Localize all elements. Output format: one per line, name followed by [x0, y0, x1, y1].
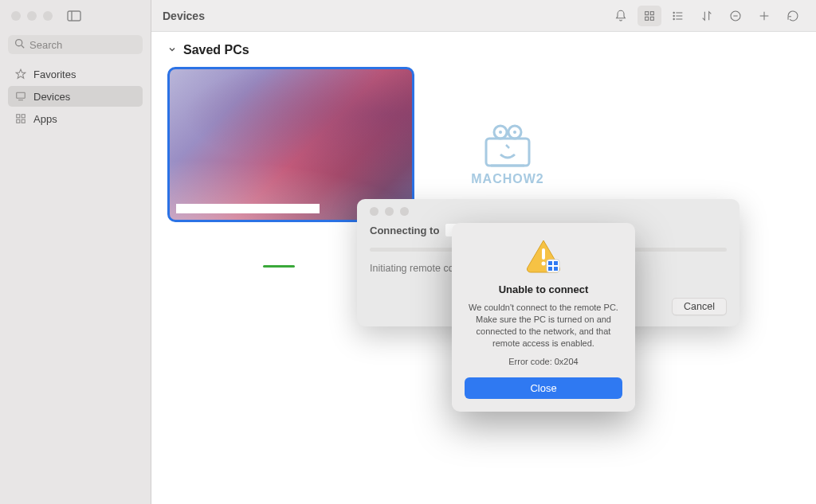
sheet-traffic-lights	[370, 207, 727, 216]
chevron-down-icon	[167, 43, 177, 57]
svg-rect-37	[554, 261, 558, 265]
svg-point-34	[542, 262, 546, 266]
svg-rect-14	[650, 17, 653, 20]
sidebar-item-label: Apps	[33, 113, 57, 125]
connecting-label: Connecting to	[370, 225, 439, 236]
dialog-title: Unable to connect	[465, 283, 622, 295]
error-dialog: Unable to connect We couldn't connect to…	[452, 223, 635, 412]
traffic-lights	[11, 11, 53, 21]
svg-rect-39	[554, 267, 558, 271]
pc-name-label	[176, 204, 320, 213]
sidebar-item-apps[interactable]: Apps	[8, 108, 143, 129]
search-placeholder: Search	[29, 39, 62, 51]
close-button[interactable]: Close	[465, 377, 622, 399]
svg-rect-5	[17, 92, 26, 98]
display-icon	[14, 90, 27, 103]
svg-rect-0	[68, 11, 80, 21]
grid-view-button[interactable]	[638, 6, 661, 26]
grid-icon	[14, 112, 27, 125]
dialog-error-code: Error code: 0x204	[465, 357, 622, 366]
svg-rect-9	[17, 119, 20, 123]
list-view-button[interactable]	[666, 6, 690, 26]
section-header[interactable]: Saved PCs	[167, 43, 800, 57]
svg-rect-38	[548, 267, 552, 271]
sidebar: Search Favorites Devices Apps	[0, 0, 151, 504]
svg-rect-10	[22, 119, 25, 123]
svg-point-19	[673, 15, 674, 16]
filter-button[interactable]	[724, 6, 747, 26]
search-icon	[14, 38, 25, 51]
refresh-button[interactable]	[781, 6, 805, 26]
svg-rect-36	[548, 261, 552, 265]
star-icon	[14, 68, 27, 80]
sort-button[interactable]	[695, 6, 719, 26]
card-indicator	[263, 265, 295, 268]
svg-rect-33	[542, 248, 545, 260]
search-input[interactable]: Search	[8, 35, 143, 54]
add-button[interactable]	[752, 6, 776, 26]
warning-icon	[524, 237, 563, 275]
svg-marker-4	[16, 69, 26, 78]
svg-rect-7	[17, 115, 20, 118]
svg-rect-11	[645, 11, 649, 14]
svg-point-18	[673, 12, 674, 13]
svg-rect-13	[645, 17, 649, 20]
svg-line-3	[22, 45, 24, 48]
sidebar-item-label: Favorites	[33, 68, 76, 80]
search-container: Search	[0, 32, 151, 61]
svg-rect-12	[650, 11, 653, 14]
sidebar-item-label: Devices	[33, 91, 70, 103]
svg-point-2	[16, 40, 22, 46]
close-window-button[interactable]	[11, 11, 21, 21]
sheet-minimize-button[interactable]	[385, 207, 394, 216]
svg-rect-8	[22, 115, 25, 118]
cancel-button[interactable]: Cancel	[672, 298, 727, 315]
sidebar-list: Favorites Devices Apps	[0, 61, 151, 132]
sheet-close-button[interactable]	[370, 207, 379, 216]
page-title: Devices	[163, 10, 205, 22]
toolbar: Devices	[151, 0, 816, 32]
sidebar-item-favorites[interactable]: Favorites	[8, 64, 143, 84]
minimize-window-button[interactable]	[27, 11, 37, 21]
dialog-body: We couldn't connect to the remote PC. Ma…	[465, 302, 622, 349]
zoom-window-button[interactable]	[43, 11, 53, 21]
svg-point-20	[673, 18, 674, 19]
sidebar-item-devices[interactable]: Devices	[8, 86, 143, 107]
titlebar	[0, 0, 151, 32]
notifications-button[interactable]	[609, 6, 633, 26]
sheet-zoom-button[interactable]	[400, 207, 409, 216]
section-title: Saved PCs	[183, 43, 249, 57]
sidebar-toggle-icon[interactable]	[67, 10, 81, 21]
